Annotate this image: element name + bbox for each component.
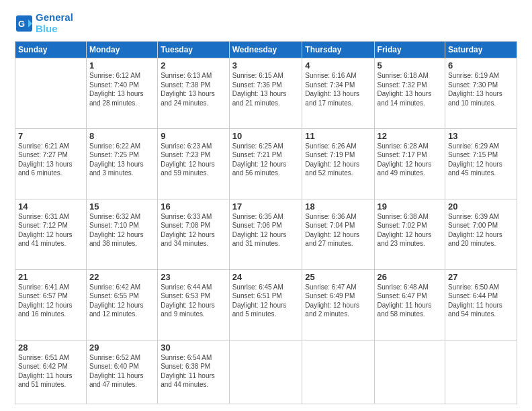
calendar-week-4: 21Sunrise: 6:41 AM Sunset: 6:57 PM Dayli… bbox=[15, 269, 517, 340]
day-number: 22 bbox=[89, 272, 154, 282]
weekday-header-tuesday: Tuesday bbox=[158, 42, 230, 58]
calendar-cell: 17Sunrise: 6:35 AM Sunset: 7:06 PM Dayli… bbox=[229, 199, 302, 269]
day-number: 30 bbox=[161, 342, 226, 353]
day-info: Sunrise: 6:38 AM Sunset: 7:02 PM Dayligh… bbox=[378, 212, 442, 248]
calendar-cell: 4Sunrise: 6:16 AM Sunset: 7:34 PM Daylig… bbox=[302, 58, 374, 129]
svg-text:G: G bbox=[18, 19, 25, 29]
weekday-header-thursday: Thursday bbox=[302, 42, 374, 58]
day-info: Sunrise: 6:28 AM Sunset: 7:17 PM Dayligh… bbox=[378, 142, 442, 178]
calendar-week-1: 1Sunrise: 6:12 AM Sunset: 7:40 PM Daylig… bbox=[15, 58, 517, 129]
day-number: 13 bbox=[448, 131, 514, 141]
day-number: 4 bbox=[305, 60, 371, 71]
day-info: Sunrise: 6:33 AM Sunset: 7:08 PM Dayligh… bbox=[161, 212, 226, 248]
calendar-table: SundayMondayTuesdayWednesdayThursdayFrid… bbox=[15, 41, 517, 404]
day-info: Sunrise: 6:48 AM Sunset: 6:47 PM Dayligh… bbox=[378, 283, 442, 319]
day-info: Sunrise: 6:36 AM Sunset: 7:04 PM Dayligh… bbox=[305, 212, 371, 248]
day-number: 18 bbox=[305, 201, 371, 212]
day-info: Sunrise: 6:31 AM Sunset: 7:12 PM Dayligh… bbox=[18, 212, 83, 248]
day-number: 9 bbox=[161, 131, 226, 141]
calendar-week-2: 7Sunrise: 6:21 AM Sunset: 7:27 PM Daylig… bbox=[15, 128, 517, 199]
calendar-cell: 27Sunrise: 6:50 AM Sunset: 6:44 PM Dayli… bbox=[445, 269, 517, 340]
page: G General Blue SundayMondayTuesdayWednes… bbox=[0, 0, 532, 411]
logo-icon: G bbox=[15, 14, 34, 33]
calendar-cell: 12Sunrise: 6:28 AM Sunset: 7:17 PM Dayli… bbox=[374, 128, 445, 199]
calendar-cell: 23Sunrise: 6:44 AM Sunset: 6:53 PM Dayli… bbox=[158, 269, 230, 340]
day-info: Sunrise: 6:51 AM Sunset: 6:42 PM Dayligh… bbox=[18, 353, 83, 390]
calendar-cell: 9Sunrise: 6:23 AM Sunset: 7:23 PM Daylig… bbox=[158, 128, 230, 199]
calendar-cell: 14Sunrise: 6:31 AM Sunset: 7:12 PM Dayli… bbox=[15, 199, 87, 269]
day-number: 23 bbox=[161, 272, 226, 282]
calendar-week-5: 28Sunrise: 6:51 AM Sunset: 6:42 PM Dayli… bbox=[15, 340, 517, 404]
day-number: 1 bbox=[89, 60, 154, 71]
calendar-week-3: 14Sunrise: 6:31 AM Sunset: 7:12 PM Dayli… bbox=[15, 199, 517, 269]
calendar-cell bbox=[302, 340, 374, 404]
weekday-header-row: SundayMondayTuesdayWednesdayThursdayFrid… bbox=[15, 42, 517, 58]
day-info: Sunrise: 6:18 AM Sunset: 7:32 PM Dayligh… bbox=[378, 71, 442, 107]
day-info: Sunrise: 6:16 AM Sunset: 7:34 PM Dayligh… bbox=[305, 71, 371, 107]
day-info: Sunrise: 6:50 AM Sunset: 6:44 PM Dayligh… bbox=[448, 283, 514, 319]
day-info: Sunrise: 6:22 AM Sunset: 7:25 PM Dayligh… bbox=[89, 142, 154, 178]
day-info: Sunrise: 6:54 AM Sunset: 6:38 PM Dayligh… bbox=[161, 353, 226, 390]
weekday-header-saturday: Saturday bbox=[445, 42, 517, 58]
calendar-cell: 21Sunrise: 6:41 AM Sunset: 6:57 PM Dayli… bbox=[15, 269, 87, 340]
calendar-cell: 16Sunrise: 6:33 AM Sunset: 7:08 PM Dayli… bbox=[158, 199, 230, 269]
calendar-cell: 26Sunrise: 6:48 AM Sunset: 6:47 PM Dayli… bbox=[374, 269, 445, 340]
calendar-cell bbox=[15, 58, 87, 129]
day-number: 20 bbox=[448, 201, 514, 212]
logo: G General Blue bbox=[15, 12, 73, 34]
day-info: Sunrise: 6:26 AM Sunset: 7:19 PM Dayligh… bbox=[305, 142, 371, 178]
calendar-cell: 18Sunrise: 6:36 AM Sunset: 7:04 PM Dayli… bbox=[302, 199, 374, 269]
day-number: 7 bbox=[18, 131, 83, 141]
calendar-cell: 7Sunrise: 6:21 AM Sunset: 7:27 PM Daylig… bbox=[15, 128, 87, 199]
calendar-cell: 15Sunrise: 6:32 AM Sunset: 7:10 PM Dayli… bbox=[86, 199, 157, 269]
day-info: Sunrise: 6:21 AM Sunset: 7:27 PM Dayligh… bbox=[18, 142, 83, 178]
day-number: 14 bbox=[18, 201, 83, 212]
day-info: Sunrise: 6:52 AM Sunset: 6:40 PM Dayligh… bbox=[89, 353, 154, 390]
calendar-cell: 28Sunrise: 6:51 AM Sunset: 6:42 PM Dayli… bbox=[15, 340, 87, 404]
day-number: 2 bbox=[161, 60, 226, 71]
calendar-cell: 30Sunrise: 6:54 AM Sunset: 6:38 PM Dayli… bbox=[158, 340, 230, 404]
day-number: 8 bbox=[89, 131, 154, 141]
day-info: Sunrise: 6:13 AM Sunset: 7:38 PM Dayligh… bbox=[161, 71, 226, 107]
calendar-cell: 11Sunrise: 6:26 AM Sunset: 7:19 PM Dayli… bbox=[302, 128, 374, 199]
day-number: 5 bbox=[378, 60, 442, 71]
weekday-header-sunday: Sunday bbox=[15, 42, 87, 58]
day-number: 17 bbox=[232, 201, 300, 212]
day-number: 27 bbox=[448, 272, 514, 282]
day-number: 3 bbox=[232, 60, 300, 71]
calendar-cell: 22Sunrise: 6:42 AM Sunset: 6:55 PM Dayli… bbox=[86, 269, 157, 340]
calendar-cell: 29Sunrise: 6:52 AM Sunset: 6:40 PM Dayli… bbox=[86, 340, 157, 404]
calendar-cell: 13Sunrise: 6:29 AM Sunset: 7:15 PM Dayli… bbox=[445, 128, 517, 199]
calendar-cell bbox=[445, 340, 517, 404]
day-info: Sunrise: 6:29 AM Sunset: 7:15 PM Dayligh… bbox=[448, 142, 514, 178]
day-info: Sunrise: 6:47 AM Sunset: 6:49 PM Dayligh… bbox=[305, 283, 371, 319]
weekday-header-wednesday: Wednesday bbox=[229, 42, 302, 58]
calendar-cell: 6Sunrise: 6:19 AM Sunset: 7:30 PM Daylig… bbox=[445, 58, 517, 129]
day-number: 10 bbox=[232, 131, 300, 141]
day-info: Sunrise: 6:45 AM Sunset: 6:51 PM Dayligh… bbox=[232, 283, 300, 319]
logo-text: General Blue bbox=[36, 12, 73, 34]
day-number: 26 bbox=[378, 272, 442, 282]
calendar-cell: 5Sunrise: 6:18 AM Sunset: 7:32 PM Daylig… bbox=[374, 58, 445, 129]
calendar-cell bbox=[374, 340, 445, 404]
day-info: Sunrise: 6:39 AM Sunset: 7:00 PM Dayligh… bbox=[448, 212, 514, 248]
day-info: Sunrise: 6:44 AM Sunset: 6:53 PM Dayligh… bbox=[161, 283, 226, 319]
day-number: 12 bbox=[378, 131, 442, 141]
day-info: Sunrise: 6:35 AM Sunset: 7:06 PM Dayligh… bbox=[232, 212, 300, 248]
calendar-cell: 1Sunrise: 6:12 AM Sunset: 7:40 PM Daylig… bbox=[86, 58, 157, 129]
day-info: Sunrise: 6:12 AM Sunset: 7:40 PM Dayligh… bbox=[89, 71, 154, 107]
day-info: Sunrise: 6:42 AM Sunset: 6:55 PM Dayligh… bbox=[89, 283, 154, 319]
day-number: 11 bbox=[305, 131, 371, 141]
day-number: 16 bbox=[161, 201, 226, 212]
day-number: 6 bbox=[448, 60, 514, 71]
calendar-cell: 24Sunrise: 6:45 AM Sunset: 6:51 PM Dayli… bbox=[229, 269, 302, 340]
weekday-header-monday: Monday bbox=[86, 42, 157, 58]
calendar-cell: 8Sunrise: 6:22 AM Sunset: 7:25 PM Daylig… bbox=[86, 128, 157, 199]
day-number: 28 bbox=[18, 342, 83, 353]
day-number: 15 bbox=[89, 201, 154, 212]
calendar-cell: 3Sunrise: 6:15 AM Sunset: 7:36 PM Daylig… bbox=[229, 58, 302, 129]
day-number: 19 bbox=[378, 201, 442, 212]
day-number: 25 bbox=[305, 272, 371, 282]
day-info: Sunrise: 6:25 AM Sunset: 7:21 PM Dayligh… bbox=[232, 142, 300, 178]
calendar-cell: 20Sunrise: 6:39 AM Sunset: 7:00 PM Dayli… bbox=[445, 199, 517, 269]
